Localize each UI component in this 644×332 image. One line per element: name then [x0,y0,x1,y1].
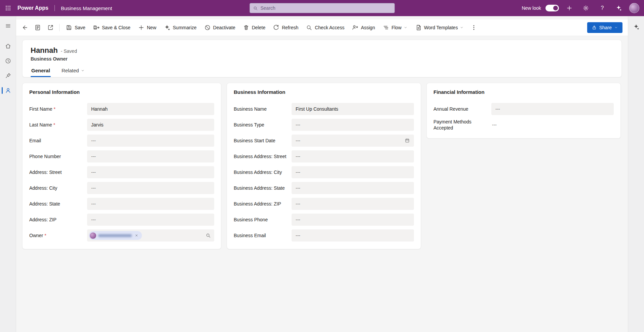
popout-icon [47,24,54,31]
save-icon [66,24,72,31]
record-tabs: GeneralRelated [31,68,613,77]
copilot-icon [164,24,171,31]
field-row-address-street: Address: Street--- [29,166,214,178]
field-label: Owner* [29,232,87,238]
record-avatar [90,232,96,239]
field-row-payment-methods-accepted: Payment Methods Accepted--- [433,119,614,131]
field-input-phone-number[interactable]: --- [87,150,214,162]
field-label: Address: City [29,185,87,191]
field-row-last-name: Last Name*Jarvis [29,119,214,131]
field-input-address-zip[interactable]: --- [87,214,214,226]
field-value: --- [296,185,300,191]
command-label: Flow [391,25,402,30]
field-label: Business Address: ZIP [234,201,292,207]
field-input-business-address-city[interactable]: --- [292,166,414,178]
help-button[interactable]: ? [596,2,608,14]
search-input[interactable] [260,5,391,11]
command-refresh-button[interactable]: Refresh [269,22,302,34]
copilot-pane-button[interactable] [630,21,642,33]
field-input-annual-revenue[interactable]: --- [491,103,614,115]
tab-related[interactable]: Related [61,68,85,77]
field-row-business-phone: Business Phone--- [234,214,414,226]
field-input-business-start-date[interactable]: --- [292,135,414,147]
sidebar-item-pinned[interactable] [0,69,16,82]
field-input-owner[interactable] [87,229,214,242]
field-input-address-street[interactable]: --- [87,166,214,178]
field-input-last-name[interactable]: Jarvis [87,119,214,131]
chevron-down-icon [81,69,85,73]
share-icon [592,25,597,30]
field-value: Jarvis [91,122,104,127]
field-row-annual-revenue: Annual Revenue--- [433,103,614,115]
command-deactivate-button[interactable]: Deactivate [201,22,239,34]
command-save-close-button[interactable]: Save & Close [89,22,134,34]
field-input-business-type[interactable]: --- [292,119,414,131]
field-value: --- [492,122,497,127]
field-value: --- [296,122,300,127]
field-value: --- [91,201,96,207]
back-button[interactable] [19,22,31,33]
command-delete-button[interactable]: Delete [239,22,269,34]
command-assign-button[interactable]: Assign [348,22,378,34]
field-input-business-phone[interactable]: --- [292,214,414,226]
chevron-down-icon [404,26,408,30]
sidebar-item-recent[interactable] [0,54,16,67]
field-label: Email [29,138,87,144]
field-label: Business Name [234,106,292,112]
sidebar-item-home[interactable] [0,40,16,52]
field-value: --- [296,154,300,159]
field-label: Business Type [234,122,292,128]
save-close-icon [93,24,100,31]
field-value: --- [296,170,300,175]
field-value: --- [495,106,500,112]
field-input-email[interactable]: --- [87,135,214,147]
hamburger-icon [5,23,11,29]
share-button[interactable]: Share [587,22,622,33]
sidebar-toggle-button[interactable] [0,20,16,32]
command-summarize-button[interactable]: Summarize [160,22,200,34]
more-commands-button[interactable] [468,22,480,33]
app-launcher-button[interactable] [2,2,14,14]
copilot-header-button[interactable] [613,2,625,14]
command-bar-items: SaveSave & CloseNewSummarizeDeactivateDe… [62,22,467,34]
form-switcher-button[interactable] [32,22,44,33]
lookup-selected-record[interactable] [89,231,142,240]
section-financial-information: Financial InformationAnnual Revenue---Pa… [426,83,621,139]
entity-name: Business Owner [31,56,613,62]
field-value: --- [91,170,96,175]
command-save-button[interactable]: Save [62,22,89,34]
clock-icon [5,58,11,64]
command-check-access-button[interactable]: Check Access [302,22,348,34]
remove-record-button[interactable] [134,233,139,238]
popout-button[interactable] [44,22,56,33]
form-icon [34,24,41,31]
avatar[interactable] [629,3,639,13]
field-input-first-name[interactable]: Hannah [87,103,214,115]
field-row-business-address-zip: Business Address: ZIP--- [234,198,414,210]
command-new-button[interactable]: New [135,22,160,34]
create-button[interactable] [563,2,575,14]
word-icon [415,24,422,31]
field-input-business-name[interactable]: First Up Consultants [292,103,414,115]
tab-general[interactable]: General [31,68,51,77]
field-row-email: Email--- [29,135,214,147]
field-input-business-address-state[interactable]: --- [292,182,414,194]
field-value: --- [91,154,96,159]
field-input-business-address-zip[interactable]: --- [292,198,414,210]
settings-button[interactable] [580,2,592,14]
command-label: Deactivate [213,25,235,30]
new-look-toggle[interactable] [545,5,559,11]
field-input-address-city[interactable]: --- [87,182,214,194]
global-search[interactable] [250,3,395,13]
header-divider [54,5,55,11]
sidebar-item-business-owners[interactable] [0,84,16,97]
command-word-templates-button[interactable]: Word Templates [412,22,467,34]
field-input-address-state[interactable]: --- [87,198,214,210]
field-input-business-address-street[interactable]: --- [292,150,414,162]
plus-icon [138,24,145,31]
section-title: Business Information [234,89,414,95]
toggle-knob [553,6,558,10]
command-flow-button[interactable]: Flow [379,22,411,34]
app-title[interactable]: Business Management [61,5,112,11]
field-input-business-email[interactable]: --- [292,229,414,242]
